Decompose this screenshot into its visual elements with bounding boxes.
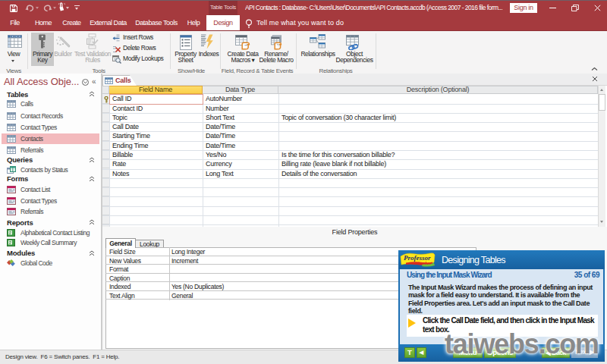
svg-text:teaches: teaches [418,261,431,265]
